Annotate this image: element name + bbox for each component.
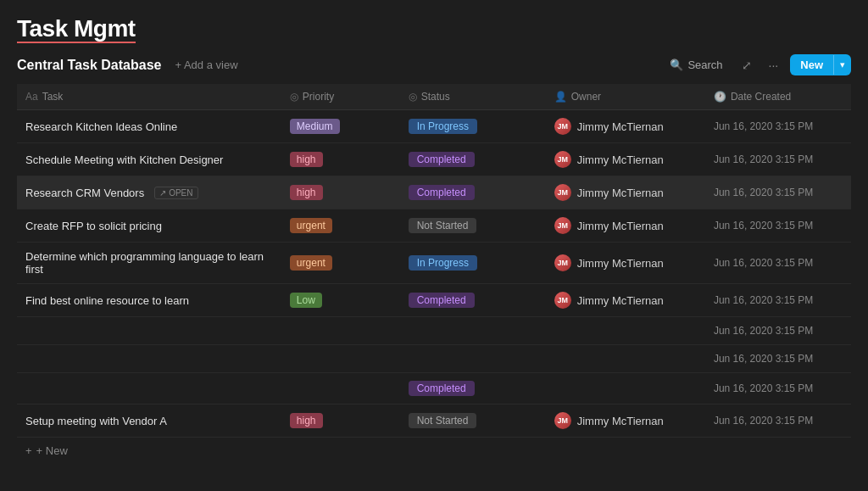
status-cell-5: In Progress xyxy=(400,243,546,284)
date-cell-6: Jun 16, 2020 3:15 PM xyxy=(705,284,851,317)
task-cell-2: Schedule Meeting with Kitchen Designer xyxy=(17,143,281,176)
priority-badge: Low xyxy=(290,293,322,308)
status-badge: In Progress xyxy=(409,255,477,271)
table-row[interactable]: Setup meeting with Vendor AhighNot Start… xyxy=(17,405,851,438)
priority-badge: urgent xyxy=(290,255,332,271)
priority-badge: Medium xyxy=(290,119,340,134)
add-view-button[interactable]: + Add a view xyxy=(170,56,242,74)
priority-cell-6: Low xyxy=(281,284,400,317)
plus-icon: + xyxy=(25,444,32,457)
chevron-down-icon: ▾ xyxy=(840,59,845,70)
table-row[interactable]: Research Kitchen Ideas OnlineMediumIn Pr… xyxy=(17,110,851,143)
expand-icon: ⤢ xyxy=(742,59,752,72)
priority-cell-3: high xyxy=(281,176,400,209)
app-container: Task Mgmt Central Task Database + Add a … xyxy=(0,0,868,491)
table-row[interactable]: Create RFP to solicit pricingurgentNot S… xyxy=(17,209,851,243)
priority-cell-5: urgent xyxy=(281,243,400,284)
priority-cell-10: high xyxy=(281,405,400,438)
date-cell-9: Jun 16, 2020 3:15 PM xyxy=(705,373,851,405)
status-cell-10: Not Started xyxy=(400,405,546,438)
task-cell-5: Determine which programming language to … xyxy=(17,243,281,284)
status-badge: Completed xyxy=(409,381,475,396)
table-row[interactable]: Jun 16, 2020 3:15 PM xyxy=(17,317,851,345)
status-cell-7 xyxy=(400,317,546,345)
open-badge[interactable]: ↗ OPEN xyxy=(154,187,198,199)
db-title: Central Task Database xyxy=(17,58,161,73)
table-row[interactable]: Determine which programming language to … xyxy=(17,243,851,284)
status-cell-9: Completed xyxy=(400,373,546,405)
owner-name: Jimmy McTiernan xyxy=(577,294,664,307)
task-name: Schedule Meeting with Kitchen Designer xyxy=(25,153,223,166)
date-cell-8: Jun 16, 2020 3:15 PM xyxy=(705,345,851,373)
owner-cell-8 xyxy=(546,345,705,373)
toolbar-right: 🔍 Search ⤢ ··· New ▾ xyxy=(663,54,851,75)
owner-icon: 👤 xyxy=(554,91,567,103)
date-cell-10: Jun 16, 2020 3:15 PM xyxy=(705,405,851,438)
status-badge: In Progress xyxy=(409,119,477,134)
owner-cell-10: JMJimmy McTiernan xyxy=(546,405,705,438)
status-icon: ◎ xyxy=(409,91,417,103)
status-cell-6: Completed xyxy=(400,284,546,317)
more-button[interactable]: ··· xyxy=(764,55,784,75)
priority-badge: high xyxy=(290,185,323,200)
owner-cell-7 xyxy=(546,317,705,345)
owner-name: Jimmy McTiernan xyxy=(577,257,664,270)
col-header-task[interactable]: AaTask xyxy=(17,84,281,110)
table-row[interactable]: Jun 16, 2020 3:15 PM xyxy=(17,345,851,373)
expand-button[interactable]: ⤢ xyxy=(737,55,757,75)
date-cell-5: Jun 16, 2020 3:15 PM xyxy=(705,243,851,284)
col-header-status[interactable]: ◎Status xyxy=(400,84,546,110)
search-icon: 🔍 xyxy=(670,59,683,71)
table-container: AaTask ◎Priority ◎Status 👤Owner 🕐Date Cr… xyxy=(17,84,851,491)
task-cell-1: Research Kitchen Ideas Online xyxy=(17,110,281,143)
avatar: JM xyxy=(554,292,571,309)
col-header-priority[interactable]: ◎Priority xyxy=(281,84,400,110)
more-icon: ··· xyxy=(769,59,779,72)
table-row[interactable]: CompletedJun 16, 2020 3:15 PM xyxy=(17,373,851,405)
add-row-button[interactable]: + + New xyxy=(17,438,851,464)
owner-cell-9 xyxy=(546,373,705,405)
owner-name: Jimmy McTiernan xyxy=(577,415,664,427)
priority-badge: urgent xyxy=(290,218,332,233)
task-name: Create RFP to solicit pricing xyxy=(25,220,162,232)
app-title: Task Mgmt xyxy=(17,15,851,42)
new-btn-group: New ▾ xyxy=(790,54,851,75)
task-name: Research CRM Vendors xyxy=(25,187,144,199)
table-row[interactable]: Find best online resource to learnLowCom… xyxy=(17,284,851,317)
avatar: JM xyxy=(554,254,571,271)
priority-cell-4: urgent xyxy=(281,209,400,243)
owner-name: Jimmy McTiernan xyxy=(577,120,664,133)
table-row[interactable]: Research CRM Vendors↗ OPENhighCompletedJ… xyxy=(17,176,851,209)
status-cell-4: Not Started xyxy=(400,209,546,243)
owner-cell-6: JMJimmy McTiernan xyxy=(546,284,705,317)
avatar: JM xyxy=(554,151,571,168)
date-cell-3: Jun 16, 2020 3:15 PM xyxy=(705,176,851,209)
owner-name: Jimmy McTiernan xyxy=(577,187,664,199)
date-cell-1: Jun 16, 2020 3:15 PM xyxy=(705,110,851,143)
task-cell-3: Research CRM Vendors↗ OPEN xyxy=(17,176,281,209)
table-header-row: AaTask ◎Priority ◎Status 👤Owner 🕐Date Cr… xyxy=(17,84,851,110)
toolbar: Central Task Database + Add a view 🔍 Sea… xyxy=(17,54,851,75)
status-badge: Not Started xyxy=(409,218,477,233)
status-cell-8 xyxy=(400,345,546,373)
owner-cell-4: JMJimmy McTiernan xyxy=(546,209,705,243)
new-button[interactable]: New xyxy=(790,54,833,75)
col-header-owner[interactable]: 👤Owner xyxy=(546,84,705,110)
status-cell-3: Completed xyxy=(400,176,546,209)
table-row[interactable]: Schedule Meeting with Kitchen Designerhi… xyxy=(17,143,851,176)
date-cell-7: Jun 16, 2020 3:15 PM xyxy=(705,317,851,345)
col-header-date-created[interactable]: 🕐Date Created xyxy=(705,84,851,110)
owner-name: Jimmy McTiernan xyxy=(577,220,664,232)
task-name: Setup meeting with Vendor A xyxy=(25,415,167,427)
new-dropdown-button[interactable]: ▾ xyxy=(833,55,851,75)
owner-cell-2: JMJimmy McTiernan xyxy=(546,143,705,176)
task-cell-8 xyxy=(17,345,281,373)
task-table: AaTask ◎Priority ◎Status 👤Owner 🕐Date Cr… xyxy=(17,84,851,438)
priority-cell-9 xyxy=(281,373,400,405)
priority-icon: ◎ xyxy=(290,91,298,103)
search-button[interactable]: 🔍 Search xyxy=(663,55,729,75)
task-cell-4: Create RFP to solicit pricing xyxy=(17,209,281,243)
status-badge: Completed xyxy=(409,185,475,200)
text-icon: Aa xyxy=(25,91,38,103)
owner-cell-1: JMJimmy McTiernan xyxy=(546,110,705,143)
